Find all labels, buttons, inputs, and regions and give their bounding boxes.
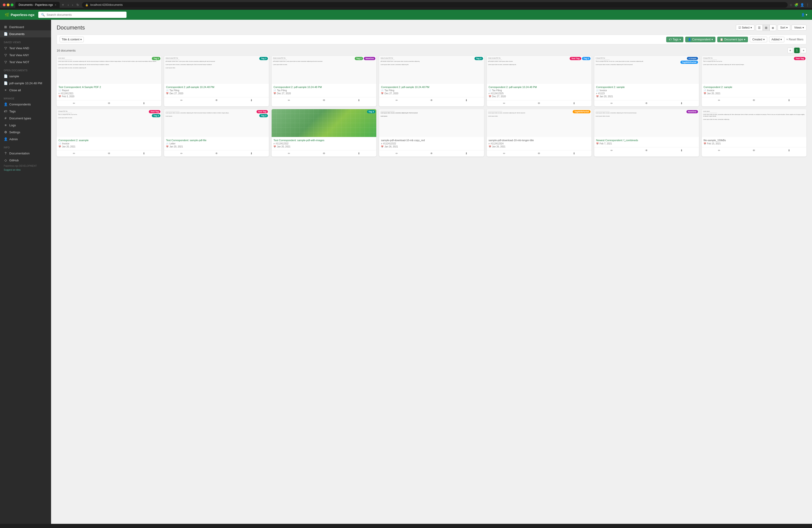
doc-card-12[interactable]: ─────────────────Lorem ipsum dolor sit a…	[487, 109, 592, 157]
doc-correspondent[interactable]: Test Correspondent: sample-pdf-with-imag…	[273, 139, 374, 142]
doc-card-8[interactable]: A Simple PDF File─────────────────This i…	[57, 109, 161, 157]
edit-button-14[interactable]: ✏	[702, 147, 737, 154]
grid-view-button[interactable]: ⊞	[763, 25, 769, 31]
doc-tag-3c[interactable]: Tag 3	[367, 110, 376, 113]
search-input[interactable]	[47, 13, 124, 16]
doc-correspondent[interactable]: Correspondent 2: pdf-sample 10.24.48 PM	[489, 86, 590, 88]
download-button-1[interactable]: ⬇	[127, 100, 161, 106]
download-button-7[interactable]: ⬇	[772, 97, 807, 103]
edit-button-10[interactable]: ✏	[272, 151, 306, 157]
extensions-icon[interactable]: 🧩	[794, 3, 798, 7]
views-button[interactable]: Views ▾	[792, 25, 807, 31]
edit-button-8[interactable]: ✏	[57, 151, 91, 157]
doc-correspondent[interactable]: Correspondent 2: sample	[704, 86, 804, 88]
edit-button-11[interactable]: ✏	[379, 151, 414, 157]
doc-correspondent[interactable]: Correspondent 2: pdf-sample 10.24.48 PM	[381, 86, 482, 88]
download-button-8[interactable]: ⬇	[127, 151, 161, 157]
doc-card-6[interactable]: A Simple PDF File─────────────────This i…	[594, 56, 699, 106]
global-search-bar[interactable]: 🔍	[38, 12, 127, 18]
doc-tag-tagwithpartial[interactable]: TagWithPartial	[680, 61, 698, 64]
doc-tag-test[interactable]: Test Tag	[794, 57, 806, 60]
download-button-9[interactable]: ⬇	[234, 151, 269, 157]
sidebar-item-dashboard[interactable]: ⊞ Dashboard	[0, 24, 51, 30]
doc-correspondent[interactable]: Correspondent 2: pdf-sample 10.24.48 PM	[273, 86, 374, 88]
browser-tab-active[interactable]: Documents - Paperless-ngx ×	[15, 2, 60, 8]
doc-correspondent[interactable]: Correspondent 2: asample	[58, 139, 159, 142]
doc-card-7[interactable]: A Simple PDF File─────────────────This i…	[702, 56, 807, 106]
doc-correspondent[interactable]: Correspondent 2: pdf-sample 10.24.48 PM	[166, 86, 267, 88]
view-button-13[interactable]: 👁	[629, 147, 664, 154]
list-view-button[interactable]: ☰	[756, 25, 763, 31]
download-button-6[interactable]: ⬇	[664, 100, 699, 106]
view-button-8[interactable]: 👁	[91, 151, 126, 157]
sidebar-item-admin[interactable]: 👤 Admin	[0, 135, 51, 143]
bookmark-icon[interactable]: ☆	[789, 3, 793, 7]
view-button-9[interactable]: 👁	[199, 151, 234, 157]
reset-filters-button[interactable]: × Reset filters	[786, 38, 803, 41]
download-button-5[interactable]: ⬇	[556, 100, 591, 106]
doc-tag-newone[interactable]: NewOne	[686, 110, 698, 113]
menu-icon[interactable]: ⋮	[806, 3, 809, 7]
view-button-14[interactable]: 👁	[737, 147, 771, 154]
view-button-2[interactable]: 👁	[199, 97, 234, 103]
doc-tag-a-simple[interactable]: A Simple	[687, 57, 698, 60]
doc-tag-3b[interactable]: Tag 3	[259, 114, 268, 117]
edit-button-1[interactable]: ✏	[57, 100, 91, 106]
doc-tag-2[interactable]: Tag 2	[582, 57, 591, 60]
detail-view-button[interactable]: ≣	[769, 25, 776, 31]
document-type-filter-button[interactable]: 📋 Document type ▾	[717, 37, 748, 42]
edit-button-9[interactable]: ✏	[164, 151, 199, 157]
sidebar-item-test-view-and[interactable]: ▽ Test View AND	[0, 45, 51, 52]
edit-button-4[interactable]: ✏	[379, 97, 414, 103]
download-button-3[interactable]: ⬇	[342, 97, 376, 103]
suggest-idea-link[interactable]: Suggest an idea	[0, 168, 51, 172]
doc-tag-tagwithpartial[interactable]: TagWithPartial	[573, 110, 590, 113]
view-button-5[interactable]: 👁	[522, 100, 556, 106]
edit-button-13[interactable]: ✏	[594, 147, 629, 154]
view-button-3[interactable]: 👁	[307, 97, 342, 103]
user-menu-button[interactable]: 👤 ▾	[801, 13, 807, 16]
back-button[interactable]: ‹	[67, 2, 70, 7]
edit-button-7[interactable]: ✏	[702, 97, 737, 103]
doc-tag-test[interactable]: Test Tag	[570, 57, 581, 60]
doc-card-14[interactable]: Lorem ipsum─────────────────Lorem ipsum …	[702, 109, 807, 157]
doc-card-1[interactable]: Lorem Ipsum─────────────────Lorem ipsum …	[57, 56, 161, 106]
download-button-2[interactable]: ⬇	[234, 97, 269, 103]
view-button-11[interactable]: 👁	[414, 151, 449, 157]
doc-tag-test[interactable]: Test Tag	[257, 110, 268, 113]
sidebar-item-documents[interactable]: 📄 Documents	[0, 30, 51, 38]
doc-correspondent[interactable]: Test Correspondent: sample-pdf-file	[166, 139, 267, 142]
sidebar-item-test-view-any[interactable]: ▽ Test View ANY	[0, 52, 51, 58]
edit-button-2[interactable]: ✏	[164, 97, 199, 103]
doc-card-4[interactable]: Adobe Acrobat PDF File─────────────────p…	[379, 56, 484, 106]
sidebar-item-tags[interactable]: 🏷 Tags	[0, 108, 51, 115]
download-button-13[interactable]: ⬇	[664, 147, 699, 154]
edit-button-12[interactable]: ✏	[487, 151, 522, 157]
sidebar-item-github[interactable]: ◇ GitHub	[0, 157, 51, 164]
sidebar-item-test-view-not[interactable]: ▽ Test View NOT	[0, 58, 51, 66]
next-page-button[interactable]: »	[801, 47, 807, 53]
tab-close-button[interactable]: ×	[55, 3, 56, 6]
download-button-12[interactable]: ⬇	[556, 151, 591, 157]
sidebar-item-pdf-sample[interactable]: 📄 pdf-sample 10.24.48 PM	[0, 80, 51, 87]
added-filter-button[interactable]: Added ▾	[769, 37, 785, 42]
traffic-light-yellow[interactable]	[7, 3, 10, 6]
doc-tag[interactable]: Tag 3	[259, 57, 268, 60]
doc-card-2[interactable]: Adobe Acrobat PDF File─────────────────p…	[164, 56, 269, 106]
filter-text-input[interactable]	[86, 38, 664, 41]
view-button-6[interactable]: 👁	[629, 100, 664, 106]
download-button-11[interactable]: ⬇	[449, 151, 484, 157]
download-button-10[interactable]: ⬇	[342, 151, 376, 157]
reload-button[interactable]: ↻	[75, 2, 80, 7]
sidebar-item-documentation[interactable]: ? Documentation	[0, 150, 51, 157]
sidebar-item-settings[interactable]: ⚙ Settings	[0, 129, 51, 135]
doc-correspondent[interactable]: Test Correspondent: A Sample PDF 2	[58, 86, 159, 88]
download-button-4[interactable]: ⬇	[449, 97, 484, 103]
address-bar-text[interactable]: localhost:4200/documents	[90, 3, 122, 6]
doc-correspondent[interactable]: Newest Correspondent: f_combineds	[596, 139, 697, 142]
correspondent-filter-button[interactable]: 👤 Correspondent ▾	[685, 37, 715, 42]
download-button-14[interactable]: ⬇	[772, 147, 807, 154]
title-content-filter[interactable]: Title & content ▾	[60, 37, 84, 42]
prev-page-button[interactable]: «	[787, 47, 793, 53]
sidebar-item-logs[interactable]: ≡ Logs	[0, 122, 51, 129]
